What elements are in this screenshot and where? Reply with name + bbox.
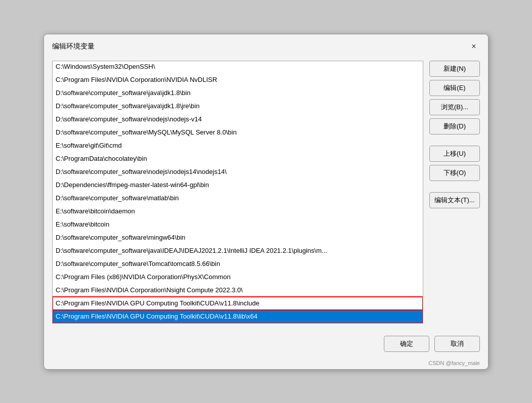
list-item[interactable]: C:\Program Files\NVIDIA Corporation\NVID…	[53, 73, 423, 86]
list-item[interactable]: C:\Windows\System32\OpenSSH\	[53, 61, 423, 73]
list-item[interactable]: E:\software\bitcoin	[53, 218, 423, 231]
move-up-button[interactable]: 上移(U)	[429, 146, 480, 162]
browse-button[interactable]: 浏览(B)...	[429, 99, 480, 115]
list-item[interactable]: D:\software\computer_software\java\jdk1.…	[53, 86, 423, 100]
dialog-footer: 确定 取消	[44, 332, 488, 360]
title-bar: 编辑环境变量 ×	[44, 34, 488, 57]
list-item[interactable]: D:\software\computer_software\java\jdk1.…	[53, 100, 423, 113]
list-item[interactable]: D:\Dependencies\ffmpeg-master-latest-win…	[53, 178, 423, 192]
ok-button[interactable]: 确定	[384, 336, 429, 352]
close-button[interactable]: ×	[468, 40, 480, 53]
new-button[interactable]: 新建(N)	[429, 61, 480, 77]
edit-env-dialog: 编辑环境变量 × C:\Windows\System32\WbemC:\Wind…	[43, 34, 489, 370]
list-item[interactable]: C:\Program Files\NVIDIA GPU Computing To…	[53, 310, 423, 323]
move-down-button[interactable]: 下移(O)	[429, 165, 480, 181]
list-item[interactable]: D:\software\computer_software\java\IDEAJ…	[53, 244, 423, 257]
list-item[interactable]: D:\software\computer_software\matlab\bin	[53, 192, 423, 205]
list-item[interactable]: D:\software\computer_software\nodejs\nod…	[53, 113, 423, 126]
list-item[interactable]: D:\software\computer_software\nodejs\nod…	[53, 165, 423, 178]
list-item[interactable]: D:\software\computer_software\mingw64\bi…	[53, 231, 423, 244]
list-item[interactable]: C:\Program Files\NVIDIA Corporation\Nsig…	[53, 284, 423, 297]
list-item[interactable]: C:\Program Files (x86)\NVIDIA Corporatio…	[53, 271, 423, 284]
list-item[interactable]: E:\software\git\Git\cmd	[53, 139, 423, 152]
list-item[interactable]: C:\Program Files\NVIDIA GPU Computing To…	[53, 297, 423, 310]
edit-text-button[interactable]: 编辑文本(T)...	[429, 192, 480, 208]
list-item[interactable]: D:\software\computer_software\MySQL\MySQ…	[53, 126, 423, 139]
cancel-button[interactable]: 取消	[434, 336, 480, 352]
list-item[interactable]: C:\ProgramData\chocolatey\bin	[53, 152, 423, 165]
list-item[interactable]: D:\software\computer_software\Tomcat\tom…	[53, 257, 423, 271]
delete-button[interactable]: 删除(D)	[429, 118, 480, 135]
path-list[interactable]: C:\Windows\System32\WbemC:\Windows\Syste…	[52, 61, 423, 324]
edit-button[interactable]: 编辑(E)	[429, 80, 480, 96]
dialog-title: 编辑环境变量	[52, 42, 95, 51]
dialog-body: C:\Windows\System32\WbemC:\Windows\Syste…	[44, 57, 488, 332]
buttons-panel: 新建(N) 编辑(E) 浏览(B)... 删除(D) 上移(U) 下移(O) 编…	[429, 61, 480, 324]
list-item[interactable]: E:\software\bitcoin\daemon	[53, 205, 423, 218]
watermark: CSDN @fancy_male	[44, 360, 488, 369]
